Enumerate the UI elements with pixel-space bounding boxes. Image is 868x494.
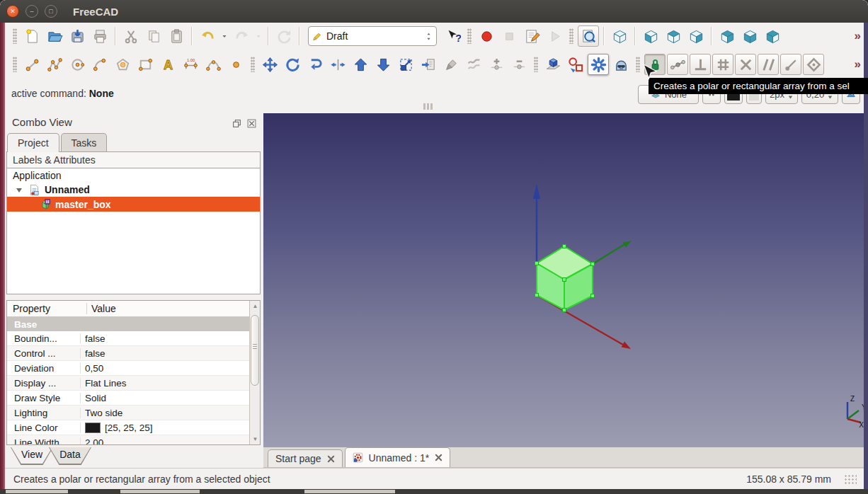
toolbar-grip[interactable] — [251, 57, 255, 72]
snap-endpoint-toggle[interactable] — [780, 54, 801, 75]
tree-selected-row[interactable]: H master_box — [7, 197, 260, 212]
open-document-button[interactable] — [44, 25, 65, 47]
toolbar-handle[interactable] — [423, 103, 433, 110]
draft-text-button[interactable]: A — [157, 54, 178, 75]
snap-grid-toggle[interactable] — [712, 54, 733, 75]
property-row[interactable]: Draw StyleSolid — [7, 391, 260, 406]
redo-button[interactable] — [231, 25, 252, 47]
panel-close-button[interactable] — [246, 118, 257, 129]
draft-rotate-button[interactable] — [282, 54, 303, 75]
macro-edit-button[interactable] — [521, 25, 542, 47]
draft-downgrade-button[interactable] — [372, 54, 394, 75]
title-bar[interactable]: ✕ – □ FreeCAD — [0, 0, 868, 23]
property-row[interactable]: LightingTwo side — [7, 406, 260, 420]
tab-project[interactable]: Project — [7, 133, 59, 152]
refresh-button[interactable] — [273, 25, 295, 47]
paste-button[interactable] — [166, 25, 187, 47]
property-row[interactable]: Line Width2.00 — [7, 435, 260, 445]
draft-shape2dview-button[interactable] — [542, 54, 564, 75]
draft-rectangle-button[interactable] — [135, 54, 156, 75]
workbench-selector[interactable]: Draft — [308, 26, 437, 46]
tab-start-page[interactable]: Start page — [268, 449, 343, 467]
bottom-view-button[interactable] — [739, 25, 760, 47]
fit-all-button[interactable] — [578, 25, 599, 47]
property-group-base[interactable]: Base — [7, 317, 260, 331]
print-button[interactable] — [89, 25, 110, 47]
tab-unnamed-document[interactable]: Unnamed : 1* — [345, 447, 451, 467]
toolbar-extension-row1[interactable]: » — [855, 29, 861, 43]
property-row[interactable]: Deviation0,50 — [7, 361, 260, 376]
close-tab-icon[interactable] — [327, 455, 335, 463]
right-view-button[interactable] — [685, 25, 707, 47]
draft-trimex-button[interactable] — [327, 54, 348, 75]
tab-view[interactable]: View — [11, 447, 53, 466]
macro-play-button[interactable] — [544, 25, 565, 47]
tab-data[interactable]: Data — [49, 447, 91, 466]
rear-view-button[interactable] — [716, 25, 738, 47]
draft-array-button[interactable] — [588, 54, 609, 75]
property-row[interactable]: Boundin...false — [7, 331, 260, 346]
property-scrollbar[interactable]: ▲ ▼ — [249, 301, 260, 444]
toolbar-grip[interactable] — [13, 28, 17, 44]
draft-line-button[interactable] — [21, 54, 42, 75]
draft-bspline-button[interactable] — [202, 54, 224, 75]
draft-spline-button[interactable] — [463, 54, 484, 75]
close-window-button[interactable]: ✕ — [6, 5, 19, 18]
close-tab-icon[interactable] — [435, 454, 442, 461]
tab-tasks[interactable]: Tasks — [61, 133, 108, 152]
toolbar-grip[interactable] — [569, 28, 573, 44]
toolbar-grip[interactable] — [13, 57, 17, 72]
minimize-window-button[interactable]: – — [25, 5, 38, 18]
scrollbar-thumb[interactable] — [251, 315, 259, 386]
draft-wire-to-bspline-button[interactable] — [440, 54, 462, 75]
resize-grip[interactable] — [844, 474, 857, 486]
undo-button[interactable] — [197, 25, 218, 47]
copy-button[interactable] — [143, 25, 164, 47]
left-view-button[interactable] — [762, 25, 783, 47]
draft-to-sketch-button[interactable] — [565, 54, 586, 75]
top-view-button[interactable] — [663, 25, 684, 47]
toolbar-grip[interactable] — [534, 57, 538, 72]
3d-viewport[interactable]: Z Y X — [263, 113, 864, 447]
axonometric-view-button[interactable] — [609, 25, 630, 47]
snap-special-toggle[interactable] — [803, 54, 824, 75]
draft-scale-button[interactable] — [395, 54, 416, 75]
front-view-button[interactable] — [640, 25, 661, 47]
draft-edit-button[interactable] — [418, 54, 439, 75]
toolbar-extension-row2[interactable]: » — [855, 57, 861, 71]
scroll-down-arrow[interactable]: ▼ — [250, 436, 261, 442]
undo-history-dropdown[interactable] — [219, 25, 229, 47]
whats-this-button[interactable]: ? — [442, 25, 463, 47]
tree-root-application[interactable]: Application — [7, 168, 260, 183]
draft-clone-button[interactable] — [610, 54, 632, 75]
draft-add-point-button[interactable] — [486, 54, 507, 75]
draft-offset-button[interactable] — [304, 54, 326, 75]
snap-perpendicular-toggle[interactable] — [690, 54, 711, 75]
draft-move-button[interactable] — [259, 54, 280, 75]
panel-float-button[interactable] — [232, 118, 242, 129]
snap-parallel-toggle[interactable] — [758, 54, 779, 75]
snap-midpoint-toggle[interactable] — [667, 54, 688, 75]
new-document-button[interactable] — [21, 25, 42, 47]
draft-upgrade-button[interactable] — [350, 54, 371, 75]
expander-icon[interactable] — [16, 186, 23, 193]
property-row[interactable]: Line Color[25, 25, 25] — [7, 420, 260, 435]
property-row[interactable]: Control ...false — [7, 346, 260, 361]
draft-dimension-button[interactable]: 1.00 — [180, 54, 201, 75]
maximize-window-button[interactable]: □ — [45, 5, 57, 18]
toolbar-grip[interactable] — [636, 57, 640, 72]
toolbar-grip[interactable] — [467, 28, 472, 44]
save-document-button[interactable] — [67, 25, 88, 47]
tree-document-row[interactable]: Unnamed — [7, 183, 260, 197]
draft-point-button[interactable] — [225, 54, 246, 75]
draft-del-point-button[interactable] — [508, 54, 530, 75]
scroll-up-arrow[interactable]: ▲ — [250, 303, 261, 309]
macro-record-button[interactable] — [476, 25, 497, 47]
draft-arc-button[interactable] — [89, 54, 110, 75]
snap-intersection-toggle[interactable] — [735, 54, 756, 75]
macro-stop-button[interactable] — [498, 25, 520, 47]
draft-wire-button[interactable] — [44, 54, 65, 75]
property-row[interactable]: Display ...Flat Lines — [7, 376, 260, 391]
redo-history-dropdown[interactable] — [253, 25, 263, 47]
draft-circle-button[interactable] — [67, 54, 88, 75]
